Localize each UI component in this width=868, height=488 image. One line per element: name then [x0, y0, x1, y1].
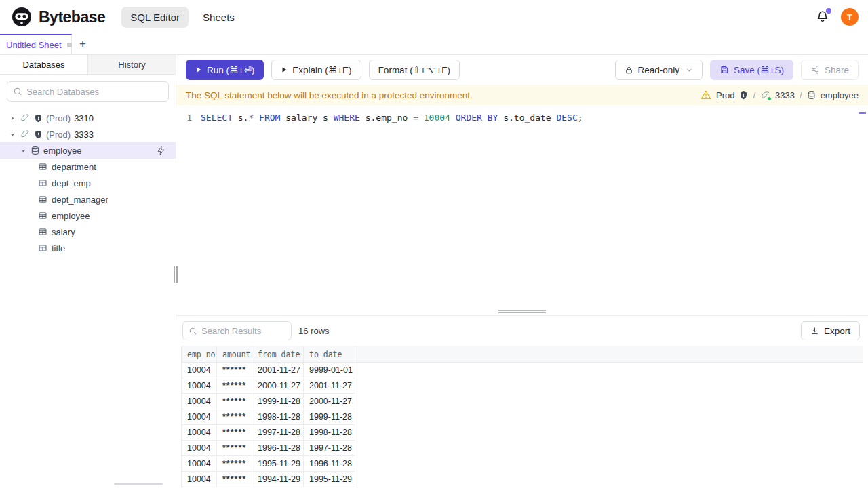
results-table-wrap: emp_no amount from_date to_date 10004 **…: [176, 346, 868, 488]
cell-to-date[interactable]: 1995-11-29: [304, 472, 355, 487]
notification-bell-icon[interactable]: [815, 9, 830, 24]
tab-databases[interactable]: Databases: [0, 55, 88, 74]
quick-action-bolt-icon[interactable]: [156, 146, 166, 156]
export-button[interactable]: Export: [801, 321, 860, 340]
cell-emp-no[interactable]: 10004: [182, 378, 217, 394]
lock-icon: [625, 66, 633, 75]
bytebase-logo[interactable]: Bytebase: [11, 6, 105, 28]
sql-editor-area[interactable]: 1 SELECT s.* FROM salary s WHERE s.emp_n…: [176, 105, 868, 308]
tree-table-item[interactable]: dept_emp: [0, 175, 176, 191]
cell-filler: [355, 472, 863, 487]
minimap[interactable]: [859, 112, 866, 114]
cell-amount-masked[interactable]: ******: [217, 472, 252, 487]
cell-filler: [355, 363, 863, 378]
tab-history[interactable]: History: [88, 55, 176, 74]
connection-breadcrumb: Prod / 3333 /: [701, 89, 859, 100]
tree-server-3310[interactable]: (Prod) 3310: [0, 110, 176, 126]
cell-amount-masked[interactable]: ******: [217, 363, 252, 378]
share-button[interactable]: Share: [801, 60, 859, 80]
instance-name: 3333: [74, 129, 94, 140]
cell-from-date[interactable]: 2000-11-27: [252, 378, 304, 394]
cell-emp-no[interactable]: 10004: [182, 409, 217, 425]
table-row[interactable]: 10004 ****** 1998-11-28 1999-11-28: [182, 409, 863, 425]
save-button[interactable]: Save (⌘+S): [710, 60, 793, 80]
tree-table-item[interactable]: employee: [0, 207, 176, 224]
column-header[interactable]: amount: [217, 346, 252, 363]
search-databases-input[interactable]: [26, 87, 163, 97]
cell-emp-no[interactable]: 10004: [182, 472, 217, 487]
toolbar-right: Read-only Save (⌘+S): [615, 60, 859, 80]
column-header[interactable]: from_date: [252, 346, 304, 363]
environment-label: (Prod): [46, 113, 71, 123]
cell-emp-no[interactable]: 10004: [182, 394, 217, 409]
cell-amount-masked[interactable]: ******: [217, 425, 252, 441]
sql-code-text: SELECT s.* FROM salary s WHERE s.emp_no …: [201, 111, 583, 124]
explain-button[interactable]: Explain (⌘+E): [271, 60, 361, 80]
new-sheet-button[interactable]: +: [72, 34, 94, 54]
tree-table-item[interactable]: department: [0, 159, 176, 175]
cell-emp-no[interactable]: 10004: [182, 456, 217, 472]
table-row[interactable]: 10004 ****** 1997-11-28 1998-11-28: [182, 425, 863, 441]
sidebar-resize-handle[interactable]: [173, 265, 178, 284]
cell-amount-masked[interactable]: ******: [217, 394, 252, 409]
tree-server-3333[interactable]: (Prod) 3333: [0, 126, 176, 142]
cell-to-date[interactable]: 2001-11-27: [304, 378, 355, 394]
cell-emp-no[interactable]: 10004: [182, 441, 217, 456]
table-row[interactable]: 10004 ****** 1999-11-28 2000-11-27: [182, 394, 863, 409]
cell-from-date[interactable]: 1995-11-29: [252, 456, 304, 472]
cell-to-date[interactable]: 9999-01-01: [304, 363, 355, 378]
tree-table-item[interactable]: salary: [0, 224, 176, 240]
nav-sql-editor[interactable]: SQL Editor: [121, 7, 189, 28]
column-header[interactable]: to_date: [304, 346, 355, 363]
cell-from-date[interactable]: 1996-11-28: [252, 441, 304, 456]
table-row[interactable]: 10004 ****** 1995-11-29 1996-11-28: [182, 456, 863, 472]
cell-to-date[interactable]: 1999-11-28: [304, 409, 355, 425]
table-row[interactable]: 10004 ****** 1994-11-29 1995-11-29: [182, 472, 863, 487]
tree-table-item[interactable]: title: [0, 240, 176, 256]
caret-down-icon[interactable]: [8, 131, 16, 138]
cell-to-date[interactable]: 1998-11-28: [304, 425, 355, 441]
online-status-dot: [768, 97, 771, 100]
cell-from-date[interactable]: 1999-11-28: [252, 394, 304, 409]
table-icon: [38, 211, 47, 220]
readonly-mode-dropdown[interactable]: Read-only: [615, 60, 703, 80]
tree-table-item[interactable]: dept_manager: [0, 191, 176, 207]
cell-amount-masked[interactable]: ******: [217, 441, 252, 456]
column-header[interactable]: emp_no: [182, 346, 217, 363]
table-row[interactable]: 10004 ****** 1996-11-28 1997-11-28: [182, 441, 863, 456]
cell-amount-masked[interactable]: ******: [217, 409, 252, 425]
table-row[interactable]: 10004 ****** 2000-11-27 2001-11-27: [182, 378, 863, 394]
cell-amount-masked[interactable]: ******: [217, 378, 252, 394]
cell-from-date[interactable]: 1998-11-28: [252, 409, 304, 425]
breadcrumb-environment[interactable]: Prod: [716, 90, 734, 100]
tree-database-employee[interactable]: employee: [0, 142, 176, 159]
sheet-tab-untitled[interactable]: Untitled Sheet: [0, 34, 72, 54]
results-header: 16 rows Export: [176, 316, 868, 346]
cell-to-date[interactable]: 1997-11-28: [304, 441, 355, 456]
database-icon: [31, 146, 40, 155]
caret-down-icon[interactable]: [19, 148, 27, 154]
results-resize-divider[interactable]: [176, 308, 868, 316]
breadcrumb-database[interactable]: employee: [821, 90, 859, 100]
cell-amount-masked[interactable]: ******: [217, 456, 252, 472]
table-icon: [38, 227, 47, 237]
table-row[interactable]: 10004 ****** 2001-11-27 9999-01-01: [182, 363, 863, 378]
cell-from-date[interactable]: 1994-11-29: [252, 472, 304, 487]
database-icon: [807, 91, 816, 100]
nav-sheets[interactable]: Sheets: [194, 7, 243, 28]
caret-right-icon[interactable]: [8, 115, 16, 121]
cell-emp-no[interactable]: 10004: [182, 425, 217, 441]
run-button[interactable]: Run (⌘+⏎): [186, 60, 264, 80]
table-name: dept_emp: [52, 178, 91, 188]
cell-to-date[interactable]: 2000-11-27: [304, 394, 355, 409]
play-icon: [195, 66, 202, 73]
cell-from-date[interactable]: 2001-11-27: [252, 363, 304, 378]
user-avatar[interactable]: T: [841, 8, 859, 26]
cell-from-date[interactable]: 1997-11-28: [252, 425, 304, 441]
format-button[interactable]: Format (⇧+⌥+F): [369, 60, 460, 80]
cell-to-date[interactable]: 1996-11-28: [304, 456, 355, 472]
sidebar-scrollbar[interactable]: [114, 483, 163, 485]
breadcrumb-instance[interactable]: 3333: [775, 90, 795, 100]
cell-emp-no[interactable]: 10004: [182, 363, 217, 378]
sql-code-line[interactable]: 1 SELECT s.* FROM salary s WHERE s.emp_n…: [176, 111, 868, 124]
